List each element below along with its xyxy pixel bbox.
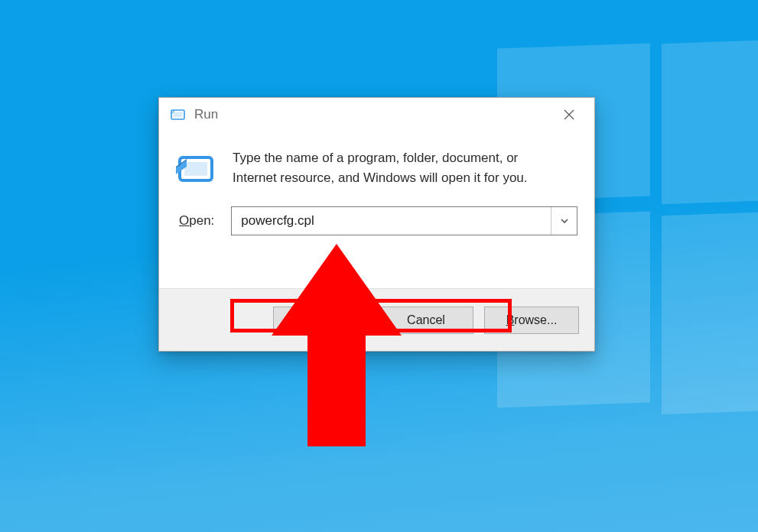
open-label: Open: xyxy=(179,213,214,229)
ok-button-label: OK xyxy=(311,313,329,327)
window-title: Run xyxy=(194,107,218,122)
cancel-button[interactable]: Cancel xyxy=(379,307,473,334)
dialog-description: Type the name of a program, folder, docu… xyxy=(233,148,561,191)
cancel-button-label: Cancel xyxy=(407,313,445,327)
command-combobox[interactable] xyxy=(231,206,577,235)
close-icon xyxy=(563,109,575,121)
svg-rect-3 xyxy=(184,162,207,176)
browse-button[interactable]: Browse... xyxy=(484,307,579,334)
ok-button[interactable]: OK xyxy=(273,307,368,334)
dialog-button-bar: OK Cancel Browse... xyxy=(159,288,594,351)
titlebar[interactable]: Run xyxy=(159,98,594,131)
open-row: Open: xyxy=(159,196,594,235)
close-button[interactable] xyxy=(547,99,591,130)
dropdown-button[interactable] xyxy=(551,207,577,235)
chevron-down-icon xyxy=(560,216,569,225)
svg-rect-1 xyxy=(174,112,183,118)
windows-desktop: Run Type the name of a program, folder, … xyxy=(0,0,758,532)
command-input[interactable] xyxy=(232,207,577,235)
dialog-content: Type the name of a program, folder, docu… xyxy=(159,131,594,196)
run-dialog-icon xyxy=(170,108,187,122)
run-icon xyxy=(176,150,217,191)
run-dialog: Run Type the name of a program, folder, … xyxy=(158,97,595,352)
browse-button-label: Browse... xyxy=(506,313,558,327)
